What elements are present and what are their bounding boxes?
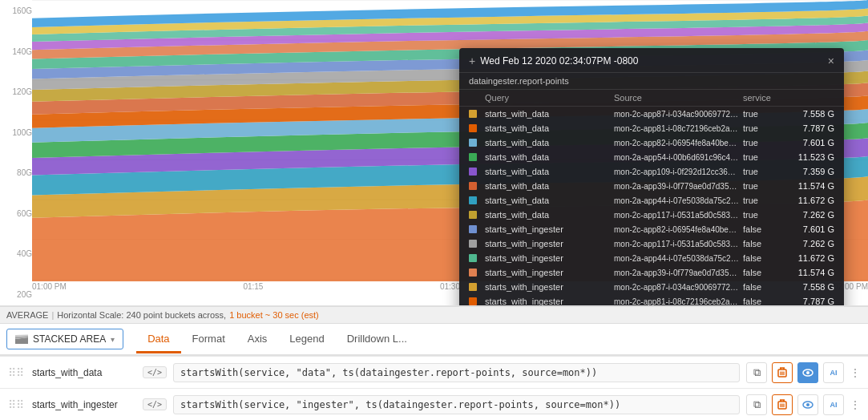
tt-source: mon-2c-app81-i-08c72196ceb2a5a85 <box>614 297 740 306</box>
trash-icon-2 <box>777 399 787 410</box>
tt-query: starts_with_ingester <box>485 297 611 306</box>
delete-button-2[interactable] <box>772 394 793 415</box>
tab-axis[interactable]: Axis <box>236 326 279 353</box>
tooltip-row: starts_with_ingester mon-2c-app117-i-053… <box>459 236 844 251</box>
drag-handle-1[interactable]: ⠿⠿ <box>6 366 26 379</box>
tooltip-col-swatch <box>469 93 482 103</box>
y-label-160g: 160G <box>3 6 32 15</box>
tt-query: starts_with_data <box>485 138 611 147</box>
average-sep: | <box>51 310 54 320</box>
copy-button-1[interactable]: ⧉ <box>746 362 767 383</box>
tooltip-row: starts_with_data mon-2c-app87-i-034ac900… <box>459 107 844 121</box>
x-label-115: 01:15 <box>243 282 263 291</box>
more-menu-1[interactable]: ⋮ <box>849 362 862 383</box>
tooltip-row: starts_with_data mon-2c-app82-i-06954fe8… <box>459 135 844 150</box>
tt-query: starts_with_ingester <box>485 224 611 234</box>
average-label: AVERAGE <box>6 310 48 320</box>
tt-source: mon-2c-app117-i-0531a5d0c583d43a5 <box>614 240 740 248</box>
tt-value: 7.601 G <box>786 224 834 234</box>
query-row-2: ⠿⠿ starts_with_ingester </> startsWith(s… <box>0 388 868 420</box>
query-row-1: ⠿⠿ starts_with_data </> startsWith(servi… <box>0 356 868 388</box>
x-label-1pm: 01:00 PM <box>32 282 67 291</box>
tt-service: false <box>743 239 783 248</box>
query-actions-1: ⧉ <box>746 362 862 383</box>
chart-type-text: STACKED AREA <box>33 333 106 345</box>
chart-type-button[interactable]: Data STACKED AREA ▾ <box>6 329 123 349</box>
query-expression-2[interactable]: startsWith(service, "ingester", ts(datai… <box>173 395 740 414</box>
query-rows: ⠿⠿ starts_with_data </> startsWith(servi… <box>0 356 868 420</box>
eye-button-1[interactable] <box>797 362 818 383</box>
copy-button-2[interactable]: ⧉ <box>746 394 767 415</box>
tt-source: mon-2c-app109-i-0f292d12cc36bd0f8 <box>614 168 740 176</box>
color-swatch <box>469 168 477 176</box>
tt-service: false <box>743 282 783 292</box>
tab-format[interactable]: Format <box>181 326 236 353</box>
query-expression-1[interactable]: startsWith(service, "data", ts(datainges… <box>173 363 740 382</box>
tt-source: mon-2c-app87-i-034ac90069772f3c7 <box>614 110 740 119</box>
more-menu-2[interactable]: ⋮ <box>849 394 862 415</box>
tooltip-rows: starts_with_data mon-2c-app87-i-034ac900… <box>459 107 844 306</box>
toolbar: Data STACKED AREA ▾ Data Format Axis Leg… <box>0 324 868 356</box>
tooltip-row: starts_with_data mon-2c-app117-i-0531a5d… <box>459 208 844 222</box>
y-label-140g: 140G <box>3 47 32 56</box>
tt-source: mon-2c-app87-i-034ac90069772f3c7 <box>614 283 740 292</box>
color-swatch <box>469 182 477 190</box>
tt-source: mon-2a-app44-i-07e5038da75c2dd5b <box>614 196 740 205</box>
tt-value: 7.262 G <box>786 210 834 220</box>
tt-value: 7.601 G <box>786 138 834 147</box>
tt-query: starts_with_ingester <box>485 239 611 248</box>
chart-area: 160G 140G 120G 100G 80G 60G 40G 20G 01:0… <box>0 0 868 306</box>
tooltip-row: starts_with_ingester mon-2a-app39-i-0f77… <box>459 265 844 280</box>
tt-service: true <box>743 123 783 133</box>
tt-source: mon-2a-app44-i-07e5038da75c2dd5b <box>614 254 740 263</box>
eye-button-2[interactable] <box>797 394 818 415</box>
chevron-down-icon: ▾ <box>111 335 115 344</box>
color-swatch <box>469 254 477 262</box>
color-swatch <box>469 283 477 291</box>
tooltip-row: starts_with_ingester mon-2c-app87-i-034a… <box>459 280 844 294</box>
tt-source: mon-2c-app81-i-08c72196ceb2a5a85 <box>614 124 740 133</box>
delete-button-1[interactable] <box>772 362 793 383</box>
color-swatch <box>469 269 477 277</box>
tt-value: 11.523 G <box>786 152 834 162</box>
tt-source: mon-2c-app117-i-0531a5d0c583d43a5 <box>614 211 740 220</box>
tooltip: + Wed Feb 12 2020 02:34:07PM -0800 × dat… <box>459 48 844 306</box>
tt-source: mon-2a-app54-i-00b6d691c96c4767b <box>614 153 740 162</box>
y-axis: 160G 140G 120G 100G 80G 60G 40G 20G <box>0 0 32 305</box>
tooltip-row: starts_with_data mon-2c-app81-i-08c72196… <box>459 121 844 135</box>
tab-data[interactable]: Data <box>136 326 180 353</box>
tt-service: true <box>743 210 783 220</box>
query-type-1[interactable]: </> <box>143 366 167 378</box>
ai-button-2[interactable]: AI <box>823 394 844 415</box>
color-swatch <box>469 297 477 305</box>
tt-query: starts_with_ingester <box>485 253 611 263</box>
eye-icon-1 <box>802 369 813 377</box>
query-name-2: starts_with_ingester <box>32 399 136 410</box>
tt-query: starts_with_data <box>485 109 611 119</box>
tooltip-plus-icon: + <box>469 55 475 67</box>
tt-service: false <box>743 297 783 306</box>
query-type-2[interactable]: </> <box>143 398 167 410</box>
tooltip-row: starts_with_ingester mon-2c-app82-i-0695… <box>459 222 844 236</box>
tt-source: mon-2c-app82-i-06954fe8a40bec6f9 <box>614 225 740 234</box>
eye-icon-2 <box>802 401 813 409</box>
tt-service: true <box>743 196 783 205</box>
ai-button-1[interactable]: AI <box>823 362 844 383</box>
tab-drilldown[interactable]: Drilldown L... <box>336 326 418 353</box>
tooltip-row: starts_with_ingester mon-2c-app81-i-08c7… <box>459 294 844 306</box>
tab-legend[interactable]: Legend <box>278 326 335 353</box>
tooltip-close-button[interactable]: × <box>828 55 834 67</box>
drag-handle-2[interactable]: ⠿⠿ <box>6 398 26 411</box>
tt-value: 7.359 G <box>786 167 834 176</box>
tt-service: false <box>743 253 783 263</box>
svg-point-25 <box>806 403 809 406</box>
y-label-20g: 20G <box>3 290 32 299</box>
tt-query: starts_with_ingester <box>485 268 611 277</box>
bucket-link[interactable]: 1 bucket ~ 30 sec (est) <box>229 310 319 320</box>
tooltip-row: starts_with_data mon-2c-app109-i-0f292d1… <box>459 164 844 179</box>
tooltip-header: + Wed Feb 12 2020 02:34:07PM -0800 × <box>459 48 844 73</box>
color-swatch <box>469 153 477 161</box>
y-label-60g: 60G <box>3 209 32 218</box>
y-label-80g: 80G <box>3 168 32 177</box>
tt-source: mon-2a-app39-i-0f779ae0d7d35a8f1 <box>614 269 740 277</box>
